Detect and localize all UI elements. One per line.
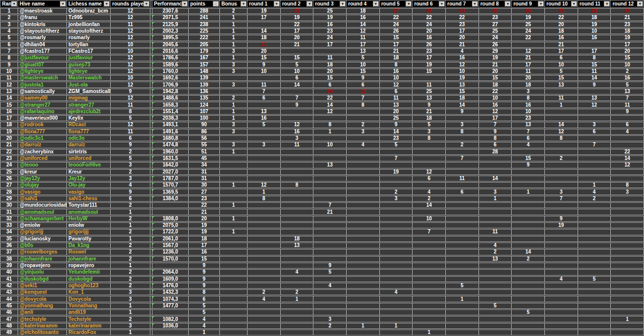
hive-name-cell[interactable]: @katerinaramm [18,323,67,329]
performance-cell[interactable] [152,202,189,208]
performance-cell[interactable]: 1895,5 [152,35,189,41]
rank-cell[interactable]: 23 [0,155,18,161]
hive-name-cell[interactable]: @masterswatch [18,75,67,81]
round-4-cell[interactable]: 8 [347,102,380,108]
points-cell[interactable]: 55 [189,142,220,148]
rank-cell[interactable]: 18 [0,122,18,128]
round-12-cell[interactable] [611,256,644,262]
rounds-played-cell[interactable]: 2 [111,169,150,175]
round-11-cell[interactable] [578,289,611,295]
header-cell-round-5[interactable]: round 5▼ [380,0,413,8]
hive-name-cell[interactable]: @roswelborges [18,249,67,255]
hive-name-cell[interactable]: @jay12y [18,176,67,182]
round-4-cell[interactable] [347,276,380,282]
rounds-played-cell[interactable]: 5 [111,155,150,161]
points-cell[interactable]: 107 [189,109,220,115]
round-6-cell[interactable]: 6 [413,176,446,182]
round-10-cell[interactable] [545,169,578,175]
round-6-cell[interactable]: 3 [413,129,446,135]
round-11-cell[interactable] [578,162,611,168]
round-6-cell[interactable]: 11 [413,81,446,88]
lichess-name-cell[interactable]: anomadsoul [67,209,111,215]
rounds-played-cell[interactable]: 2 [111,276,150,282]
round-8-cell[interactable]: 14 [479,176,512,182]
round-5-cell[interactable]: 26 [380,28,413,34]
lichess-name-cell[interactable]: tortyllan [67,42,111,48]
points-cell[interactable]: 139 [189,81,220,88]
hive-name-cell[interactable]: @sammy00 [18,95,67,101]
round-4-cell[interactable] [347,256,380,262]
hive-name-cell[interactable]: @zacherybinx [18,149,67,155]
round-12-cell[interactable] [611,276,644,282]
round-9-cell[interactable]: 5 [512,309,545,315]
round-6-cell[interactable]: 15 [413,68,446,74]
round-6-cell[interactable]: 18 [413,115,446,121]
round-12-cell[interactable] [611,323,644,329]
round-4-cell[interactable] [347,162,380,168]
round-8-cell[interactable]: 25 [479,28,512,34]
points-cell[interactable]: 6 [189,296,220,302]
rounds-played-cell[interactable]: 2 [111,316,150,322]
bonus-cell[interactable]: 3 [220,68,248,74]
round-9-cell[interactable]: 13 [512,122,545,128]
round-2-cell[interactable]: 11 [281,142,314,148]
round-3-cell[interactable]: 26 [313,89,347,95]
round-2-cell[interactable]: 21 [281,42,314,48]
lichess-name-cell[interactable]: teoooForHive [67,162,111,168]
round-5-cell[interactable] [380,276,413,282]
round-12-cell[interactable] [611,269,644,275]
round-7-cell[interactable]: 21 [446,42,479,48]
round-4-cell[interactable]: 13 [347,48,380,54]
hive-name-cell[interactable]: @konquest [18,289,67,295]
rank-cell[interactable]: 28 [0,189,18,195]
filter-dropdown-icon[interactable]: ▼ [60,1,66,7]
performance-cell[interactable]: 1567,0 [152,242,189,248]
round-12-cell[interactable]: 14 [611,155,644,161]
round-8-cell[interactable]: 29 [479,48,512,54]
hive-name-cell[interactable]: @olujay [18,182,67,188]
round-3-cell[interactable] [313,196,347,202]
round-12-cell[interactable] [611,196,644,202]
round-10-cell[interactable] [545,202,578,208]
lichess-name-cell[interactable]: oghogho123 [67,283,111,289]
round-5-cell[interactable]: 5 [380,142,413,148]
round-9-cell[interactable]: 21 [512,55,545,61]
round-1-cell[interactable]: 15 [248,55,281,61]
points-cell[interactable]: 27 [189,189,220,195]
round-6-cell[interactable] [413,303,446,309]
rank-cell[interactable]: 41 [0,276,18,282]
round-11-cell[interactable]: 5 [578,276,611,282]
lichess-name-cell[interactable]: Masterswatch [67,75,111,81]
round-7-cell[interactable]: 23 [446,22,479,28]
lichess-name-cell[interactable]: Techstyle [67,316,111,322]
round-7-cell[interactable]: 10 [446,68,479,74]
lichess-name-cell[interactable]: darruiz [67,142,111,148]
round-10-cell[interactable]: 5 [545,68,578,74]
performance-cell[interactable] [152,263,189,269]
filter-dropdown-icon[interactable]: ▼ [637,1,643,7]
round-5-cell[interactable]: 22 [380,15,413,21]
round-10-cell[interactable] [545,115,578,121]
round-8-cell[interactable]: 6 [479,142,512,148]
round-4-cell[interactable] [347,316,380,322]
rank-cell[interactable]: 35 [0,236,18,242]
round-7-cell[interactable]: 20 [446,35,479,41]
hive-name-cell[interactable]: @elcholitosanto [18,329,67,335]
round-3-cell[interactable] [313,249,347,255]
hive-name-cell[interactable]: @lucianosky [18,236,67,242]
round-12-cell[interactable]: 16 [611,75,644,81]
round-1-cell[interactable] [248,323,281,329]
points-cell[interactable]: 9 [189,283,220,289]
round-9-cell[interactable] [512,303,545,309]
bonus-cell[interactable] [220,296,248,302]
round-10-cell[interactable] [545,209,578,215]
round-5-cell[interactable] [380,149,413,155]
round-9-cell[interactable]: 9 [512,162,545,168]
round-4-cell[interactable]: 16 [347,15,380,21]
round-4-cell[interactable] [347,149,380,155]
round-7-cell[interactable] [446,316,479,322]
points-cell[interactable]: 86 [189,129,220,135]
round-5-cell[interactable]: 12 [380,81,413,88]
round-12-cell[interactable] [611,296,644,302]
round-8-cell[interactable]: 5 [479,303,512,309]
